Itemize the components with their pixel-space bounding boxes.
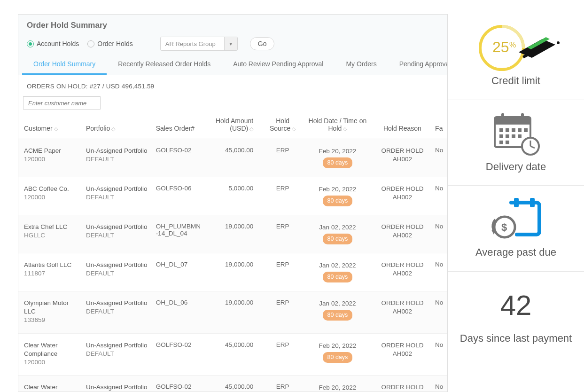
source-cell: ERP [263,139,303,177]
source-cell: ERP [263,215,303,253]
fa-cell: No [432,333,447,376]
fa-cell: No [432,177,447,215]
sort-icon: ◇ [54,126,58,132]
amount-cell: 19,000.00 [205,253,263,291]
reason-cell: ORDER HOLDAH002 [375,299,429,316]
hold-date-cell: Feb 20, 202280 days [305,147,370,168]
orders-table: Customer◇ Portfolio◇ Sales Order# Hold A… [18,113,447,392]
source-cell: ERP [263,177,303,215]
table-row[interactable]: Atlantis Golf LLC111807 Un-Assigned Port… [18,253,447,291]
days-badge: 80 days [323,272,353,282]
col-date[interactable]: Hold Date / Time on Hold◇ [303,113,373,139]
radio-account-holds[interactable]: Account Holds [27,40,79,47]
panel-title: Order Hold Summary [27,21,439,30]
sort-icon: ◇ [249,126,253,132]
controls-row: Account Holds Order Holds AR Reports Gro… [18,34,447,55]
source-cell: ERP [263,333,303,376]
portfolio-cell: Un-Assigned PortfolioDEFAULT [86,223,150,240]
customer-cell: Atlantis Golf LLC111807 [24,261,80,278]
col-fa[interactable]: Fa [432,113,447,139]
sales-order-cell: GOLFSO-02 [153,139,205,177]
svg-rect-9 [499,128,503,132]
hold-date-cell: Feb 20, 202280 days [305,341,370,363]
amount-cell: 5,000.00 [205,177,263,215]
tab-order-hold-summary[interactable]: Order Hold Summary [22,55,107,75]
svg-text:$: $ [501,221,507,233]
col-source[interactable]: Hold Source◇ [263,113,303,139]
table-row[interactable]: Clear Water Corporation Ltd. LLC120000 U… [18,376,447,392]
chevron-down-icon: ▼ [224,37,237,50]
svg-rect-13 [524,128,528,132]
source-cell: ERP [263,253,303,291]
sales-order-cell: OH_PLUMBMN-14_DL_04 [153,215,205,253]
panel-header: Order Hold Summary [18,15,447,34]
table-row[interactable]: Extra Chef LLCHGLLC Un-Assigned Portfoli… [18,215,447,253]
search-wrap [18,94,447,113]
col-sales-order[interactable]: Sales Order# [153,113,205,139]
sales-order-cell: OH_DL_06 [153,291,205,334]
radio-label: Order Holds [97,40,132,47]
col-label: Hold Amount (USD) [216,117,253,132]
reports-group-dropdown[interactable]: AR Reports Group ▼ [160,37,238,51]
table-row[interactable]: ABC Coffee Co.120000 Un-Assigned Portfol… [18,177,447,215]
days-badge: 80 days [323,310,353,321]
reason-cell: ORDER HOLDAH002 [375,383,429,392]
svg-rect-17 [518,134,522,138]
col-customer[interactable]: Customer◇ [18,113,83,139]
sales-order-cell: OH_DL_07 [153,253,205,291]
order-hold-panel: Order Hold Summary Account Holds Order H… [18,14,448,392]
svg-rect-8 [521,113,524,120]
svg-rect-10 [506,128,509,132]
svg-rect-6 [495,117,530,125]
customer-cell: ABC Coffee Co.120000 [24,185,80,202]
hold-date-cell: Feb 20, 202280 days [305,383,370,392]
card-days-since-payment: 42 Days since last payment [448,272,584,357]
svg-text:%: % [509,41,516,49]
orders-on-hold-summary: ORDERS ON HOLD: #27 / USD 496,451.59 [18,75,447,94]
hold-date-cell: Jan 02, 202280 days [305,299,370,321]
tabs: Order Hold Summary Recently Released Ord… [18,55,447,75]
tab-auto-review[interactable]: Auto Review Pending Approval [222,55,335,75]
days-badge: 80 days [323,157,353,168]
calendar-clock-icon [490,110,542,157]
customer-cell: Clear Water Corporation Ltd. LLC120000 [24,383,80,392]
table-row[interactable]: ACME Paper120000 Un-Assigned PortfolioDE… [18,139,447,177]
table-row[interactable]: Clear Water Compliance120000 Un-Assigned… [18,333,447,376]
fa-cell: No [432,376,447,392]
amount-cell: 19,000.00 [205,291,263,334]
customer-search-input[interactable] [23,96,101,110]
svg-rect-12 [518,128,522,132]
portfolio-cell: Un-Assigned PortfolioDEFAULT [86,185,150,202]
svg-text:25: 25 [492,39,509,55]
card-label: Days since last payment [460,332,572,345]
svg-rect-19 [506,141,509,144]
tab-pending-approvals[interactable]: Pending Approvals [388,55,448,75]
card-label: Average past due [475,246,556,259]
reason-cell: ORDER HOLDAH002 [375,223,429,240]
radio-order-holds[interactable]: Order Holds [87,40,132,47]
go-button[interactable]: Go [250,37,275,50]
credit-limit-icon: 25 % [469,24,563,71]
dropdown-selected: AR Reports Group [161,40,224,47]
col-label: Hold Reason [383,125,421,132]
orders-table-wrap: Customer◇ Portfolio◇ Sales Order# Hold A… [18,113,447,392]
customer-cell: Olympian Motor LLC133659 [24,299,80,325]
hold-date-cell: Jan 02, 202280 days [305,261,370,282]
amount-cell: 19,000.00 [205,215,263,253]
card-credit-limit: 25 % Credit limit [448,14,584,100]
side-panel: 25 % Credit limit [448,0,584,392]
tab-recently-released[interactable]: Recently Released Order Holds [107,55,222,75]
svg-rect-24 [530,198,535,207]
svg-rect-14 [499,134,503,138]
col-portfolio[interactable]: Portfolio◇ [83,113,153,139]
col-label: Hold Source [270,117,290,132]
svg-point-4 [557,41,560,44]
table-row[interactable]: Olympian Motor LLC133659 Un-Assigned Por… [18,291,447,334]
card-delivery-date: Delivery date [448,100,584,186]
svg-rect-15 [506,134,509,138]
portfolio-cell: Un-Assigned PortfolioDEFAULT [86,147,150,164]
col-reason[interactable]: Hold Reason [373,113,432,139]
portfolio-cell: Un-Assigned PortfolioDEFAULT [86,383,150,392]
col-amount[interactable]: Hold Amount (USD)◇ [205,113,263,139]
tab-my-orders[interactable]: My Orders [335,55,388,75]
